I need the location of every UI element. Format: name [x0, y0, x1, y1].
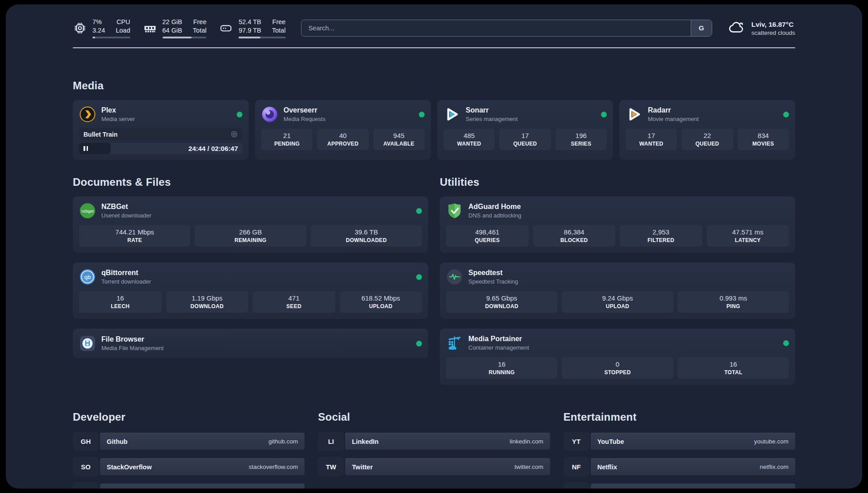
stat-tile: 9.65 GbpsDOWNLOAD: [446, 291, 557, 313]
cpu-progress-fill: [92, 37, 95, 38]
section-title-utilities: Utilities: [440, 176, 795, 188]
app-name: Speedtest: [468, 269, 518, 277]
bookmark-name: Twitter: [352, 464, 372, 471]
now-playing-title: Bullet Train: [83, 131, 117, 138]
app-card-speedtest[interactable]: Speedtest Speedtest Tracking 9.65 GbpsDO…: [440, 263, 795, 319]
bookmark-name: YouTube: [597, 438, 624, 445]
session-icon: [230, 130, 238, 138]
memory-free-label: Free: [193, 18, 207, 26]
section-social: Social LI LinkedIn linkedin.com TW Twitt…: [318, 411, 550, 489]
section-title-documents: Documents & Files: [73, 176, 428, 188]
search-engine-button[interactable]: G: [691, 20, 712, 36]
cpu-icon: [73, 21, 87, 35]
app-name: Media Portainer: [468, 335, 529, 343]
status-dot: [416, 274, 422, 280]
bookmark-youtube[interactable]: YT YouTube youtube.com: [563, 431, 795, 451]
bookmark-github[interactable]: GH Github github.com: [73, 431, 305, 451]
stat-tile: 22QUEUED: [681, 129, 733, 150]
stat-tile: 266 GBREMAINING: [195, 225, 306, 246]
search-input[interactable]: [301, 20, 691, 36]
pause-icon[interactable]: [83, 146, 88, 151]
cloud-icon: [728, 19, 745, 38]
bookmark-abbr: SO: [73, 457, 99, 476]
app-name: qBittorrent: [101, 269, 151, 277]
weather-condition: scattered clouds: [751, 29, 795, 36]
section-utilities: Utilities AdGuard Home DNS and adblockin…: [440, 176, 795, 385]
app-desc: Media server: [101, 116, 135, 122]
stat-tile: 0STOPPED: [562, 357, 673, 379]
dashboard-panel: 7% 3.24 CPU Load: [6, 4, 862, 489]
system-resources: 7% 3.24 CPU Load: [73, 18, 286, 39]
app-card-qbittorrent[interactable]: qb qBittorrent Torrent downloader 16LEEC…: [73, 263, 428, 319]
bookmark-url: linkedin.com: [510, 438, 543, 445]
status-dot: [783, 340, 789, 346]
storage-total-label: Total: [272, 26, 286, 35]
status-dot: [419, 112, 425, 117]
section-title-social: Social: [318, 411, 550, 423]
app-desc: Torrent downloader: [101, 278, 151, 285]
stat-tile: 16TOTAL: [678, 357, 789, 379]
cpu-load-label: Load: [116, 26, 130, 35]
stat-tile: 0.993 msPING: [678, 291, 789, 313]
now-playing-row: Bullet Train: [79, 128, 242, 140]
radarr-icon: [626, 106, 643, 123]
stat-tile: 17QUEUED: [499, 129, 551, 150]
stat-tile: 17WANTED: [626, 129, 677, 150]
app-card-radarr[interactable]: Radarr Movie management 17WANTED 22QUEUE…: [619, 100, 795, 160]
cpu-load: 3.24: [92, 26, 105, 35]
playback-progress-bar: 24:44 / 02:06:47: [79, 143, 242, 154]
app-card-overseerr[interactable]: Overseerr Media Requests 21PENDING 40APP…: [255, 100, 431, 160]
app-desc: Media File Management: [101, 345, 163, 351]
app-card-filebrowser[interactable]: File Browser Media File Management: [73, 329, 428, 358]
app-name: File Browser: [101, 335, 163, 343]
stat-tile: 16LEECH: [79, 291, 162, 313]
plex-icon: [79, 106, 96, 123]
memory-progress-fill: [163, 37, 192, 38]
top-bar: 7% 3.24 CPU Load: [73, 16, 795, 40]
adguard-icon: [446, 202, 463, 219]
app-desc: DNS and adblocking: [468, 212, 522, 219]
bookmark-linkedin[interactable]: LI LinkedIn linkedin.com: [318, 431, 550, 451]
bookmark-dev[interactable]: DT DEV dev.to: [73, 482, 305, 489]
app-card-plex[interactable]: Plex Media server Bullet Train 24:44 / 0…: [73, 100, 249, 160]
app-card-sonarr[interactable]: Sonarr Series management 485WANTED 17QUE…: [437, 100, 613, 160]
storage-total: 97.9 TB: [238, 26, 261, 35]
app-desc: Speedtest Tracking: [468, 278, 518, 285]
svg-text:nzbget: nzbget: [81, 209, 94, 213]
stat-tile: 2,953FILTERED: [620, 225, 702, 246]
status-dot: [237, 112, 242, 117]
stat-tile: 485WANTED: [443, 129, 495, 150]
section-documents: Documents & Files nzbget NZBGet Usenet d…: [73, 176, 428, 358]
bookmark-name: LinkedIn: [352, 438, 379, 445]
svg-text:qb: qb: [84, 274, 91, 280]
bookmark-name: StackOverflow: [107, 464, 152, 471]
section-title-entertainment: Entertainment: [563, 411, 795, 423]
storage-free: 52.4 TB: [238, 18, 261, 26]
app-name: Radarr: [648, 106, 699, 114]
bookmark-abbr: LI: [318, 431, 344, 451]
bookmark-url: youtube.com: [754, 438, 789, 445]
bookmark-twitter[interactable]: TW Twitter twitter.com: [318, 457, 550, 476]
section-media: Media Plex Media server Bullet Train: [73, 79, 795, 160]
cpu-widget: 7% 3.24 CPU Load: [73, 18, 130, 39]
section-entertainment: Entertainment YT YouTube youtube.com NF …: [563, 411, 795, 489]
stat-tile: 471SEED: [253, 291, 335, 313]
overseerr-icon: [261, 106, 278, 123]
weather-widget: Lviv, 16.87°C scattered clouds: [728, 19, 795, 38]
stat-tile: 40APPROVED: [317, 129, 368, 150]
sonarr-icon: [443, 106, 460, 123]
app-card-portainer[interactable]: Media Portainer Container management 16R…: [440, 329, 795, 385]
stat-tile: 21PENDING: [261, 129, 313, 150]
storage-progress-track: [238, 37, 285, 38]
bookmark-stackoverflow[interactable]: SO StackOverflow stackoverflow.com: [73, 457, 305, 476]
cpu-label: CPU: [116, 18, 130, 26]
storage-progress-fill: [238, 37, 260, 38]
bookmark-url: netflix.com: [760, 464, 789, 470]
cpu-percent: 7%: [92, 18, 105, 26]
app-card-nzbget[interactable]: nzbget NZBGet Usenet downloader 744.21 M…: [73, 196, 428, 253]
app-card-adguard[interactable]: AdGuard Home DNS and adblocking 498,461Q…: [440, 196, 795, 253]
bookmark-reddit[interactable]: RE Reddit reddit.com: [563, 482, 795, 489]
stat-tile: 47.571 msLATENCY: [707, 225, 789, 246]
storage-free-label: Free: [272, 18, 286, 26]
bookmark-netflix[interactable]: NF Netflix netflix.com: [563, 457, 795, 476]
